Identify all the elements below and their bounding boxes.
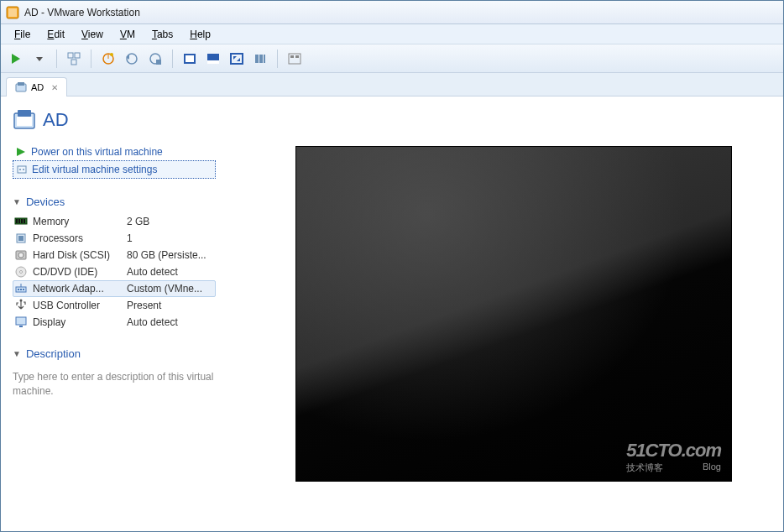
tab-close-icon[interactable]: ✕ (51, 83, 58, 92)
menu-help[interactable]: Help (181, 26, 219, 43)
svg-point-9 (110, 53, 113, 56)
description-label: Description (26, 347, 81, 360)
vm-tab-icon (15, 81, 27, 93)
device-value: 80 GB (Persiste... (127, 249, 214, 261)
svg-rect-30 (18, 110, 31, 117)
svg-marker-32 (17, 148, 25, 156)
vm-icon (13, 108, 36, 132)
svg-rect-5 (75, 53, 80, 58)
display-icon (14, 316, 28, 329)
content-area: AD Power on this virtual machine Edit vi… (1, 96, 783, 531)
tabstrip: AD ✕ (1, 73, 783, 96)
svg-rect-21 (255, 55, 259, 63)
device-row[interactable]: CD/DVD (IDE)Auto detect (13, 263, 216, 280)
thumbnails-button[interactable] (285, 49, 305, 69)
device-value: Auto detect (127, 316, 214, 328)
titlebar[interactable]: AD - VMware Workstation (1, 1, 783, 24)
device-name: Display (33, 316, 122, 328)
chevron-down-icon: ▼ (13, 349, 21, 358)
snapshot-tree-button[interactable] (64, 49, 84, 69)
device-row[interactable]: Network Adap...Custom (VMne... (13, 280, 216, 297)
svg-rect-53 (16, 317, 26, 325)
device-value: 2 GB (127, 216, 214, 227)
menu-view[interactable]: View (73, 26, 112, 43)
svg-rect-33 (18, 166, 26, 173)
watermark: 51CTO.com 技术博客 Blog (626, 440, 721, 474)
devices-header[interactable]: ▼ Devices (13, 196, 216, 208)
preview-pane: 51CTO.com 技术博客 Blog (227, 96, 783, 531)
power-on-action[interactable]: Power on this virtual machine (13, 143, 216, 160)
sidebar: AD Power on this virtual machine Edit vi… (1, 96, 227, 531)
svg-rect-39 (21, 219, 23, 223)
menu-vm[interactable]: VM (112, 26, 144, 43)
svg-point-44 (18, 253, 24, 258)
snapshot-manage-button[interactable] (145, 49, 165, 69)
unity-button[interactable] (203, 49, 223, 69)
description-header[interactable]: ▼ Description (13, 347, 216, 360)
watermark-big: 51CTO.com (626, 440, 721, 462)
show-console-button[interactable] (180, 49, 200, 69)
svg-marker-2 (12, 54, 20, 64)
tab-ad[interactable]: AD ✕ (6, 77, 67, 96)
svg-rect-25 (290, 55, 294, 58)
svg-rect-37 (16, 219, 18, 223)
svg-rect-54 (19, 326, 23, 327)
svg-rect-15 (186, 55, 194, 62)
disk-icon (14, 248, 28, 262)
svg-point-35 (23, 169, 24, 170)
svg-rect-42 (18, 236, 24, 241)
description-text[interactable]: Type here to enter a description of this… (13, 370, 216, 399)
devices-list: Memory2 GBProcessors1Hard Disk (SCSI)80 … (13, 213, 216, 331)
svg-rect-4 (68, 53, 73, 58)
play-dropdown-button[interactable] (29, 49, 50, 69)
separator (172, 50, 173, 68)
svg-point-46 (20, 271, 23, 274)
svg-rect-49 (20, 289, 22, 290)
device-row[interactable]: DisplayAuto detect (13, 314, 216, 331)
svg-marker-20 (237, 58, 240, 61)
device-value: Auto detect (127, 266, 214, 278)
svg-marker-3 (36, 57, 43, 61)
menu-tabs[interactable]: Tabs (144, 26, 181, 43)
device-name: Processors (33, 232, 122, 244)
play-button[interactable] (6, 49, 26, 69)
snapshot-revert-button[interactable] (122, 49, 142, 69)
device-row[interactable]: Hard Disk (SCSI)80 GB (Persiste... (13, 247, 216, 263)
svg-rect-24 (289, 54, 301, 64)
menu-edit[interactable]: Edit (39, 26, 73, 43)
svg-rect-17 (207, 60, 219, 64)
vm-screen[interactable]: 51CTO.com 技术博客 Blog (295, 146, 732, 482)
cpu-icon (14, 232, 28, 245)
device-row[interactable]: Processors1 (13, 230, 216, 247)
svg-rect-1 (8, 8, 17, 17)
play-icon (16, 147, 26, 157)
svg-rect-48 (18, 289, 19, 290)
svg-rect-26 (295, 55, 299, 58)
edit-settings-label: Edit virtual machine settings (32, 164, 157, 175)
window-title: AD - VMware Workstation (24, 7, 140, 18)
menu-file[interactable]: File (6, 26, 39, 43)
device-row[interactable]: Memory2 GB (13, 213, 216, 230)
snapshot-take-button[interactable] (98, 49, 118, 69)
usb-icon (14, 299, 28, 312)
library-button[interactable] (250, 49, 270, 69)
svg-rect-38 (18, 219, 20, 223)
svg-rect-6 (71, 60, 76, 65)
svg-marker-19 (233, 56, 237, 60)
edit-settings-action[interactable]: Edit virtual machine settings (13, 160, 216, 179)
svg-point-34 (19, 169, 21, 170)
menubar: File Edit View VM Tabs Help (1, 24, 783, 44)
svg-rect-23 (264, 55, 265, 63)
fullscreen-button[interactable] (227, 49, 247, 69)
device-name: Hard Disk (SCSI) (33, 249, 122, 261)
separator (91, 50, 91, 68)
device-row[interactable]: USB ControllerPresent (13, 297, 216, 314)
watermark-sub2: Blog (703, 462, 721, 474)
svg-rect-31 (17, 117, 32, 126)
tab-label: AD (31, 82, 44, 92)
cd-icon (14, 265, 28, 279)
svg-rect-50 (23, 289, 24, 290)
vm-name: AD (43, 109, 69, 131)
device-name: Network Adap... (33, 283, 122, 295)
svg-rect-22 (259, 55, 263, 63)
